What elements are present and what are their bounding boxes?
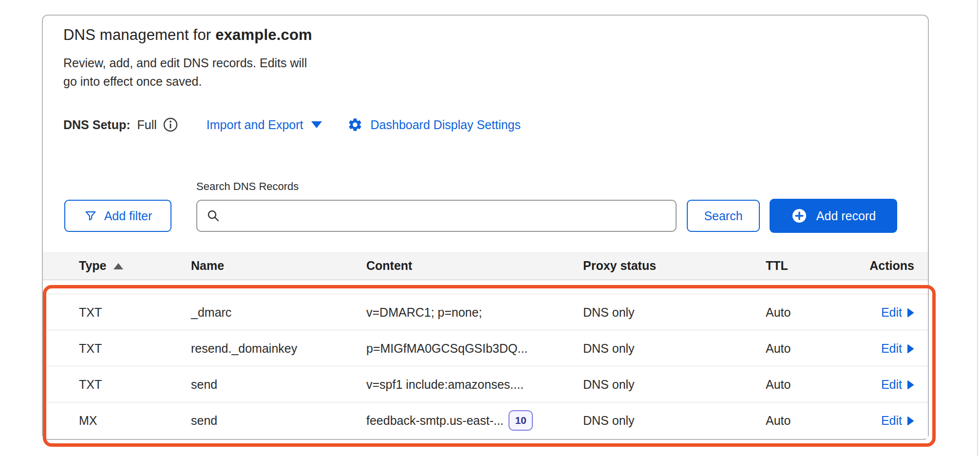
plus-circle-icon (791, 208, 808, 224)
chevron-down-icon (311, 121, 322, 128)
cell-proxy-status: DNS only (583, 402, 635, 438)
funnel-icon (84, 209, 97, 223)
search-input[interactable] (226, 201, 667, 231)
cell-record-name: _dmarc (191, 294, 231, 330)
cell-ttl: Auto (766, 294, 791, 330)
edit-label: Edit (881, 414, 902, 428)
cell-record-name: send (191, 402, 217, 438)
add-record-label: Add record (816, 209, 876, 223)
dns-setup-row: DNS Setup: Full Import and Export (63, 116, 521, 133)
dns-setup-value: Full (137, 118, 157, 132)
chevron-right-icon (907, 344, 914, 354)
page-right-divider (977, 0, 978, 456)
column-header-actions: Actions (869, 252, 914, 280)
add-record-button[interactable]: Add record (770, 199, 897, 233)
cell-proxy-status: DNS only (583, 294, 635, 330)
domain-name: example.com (215, 26, 312, 43)
import-export-dropdown[interactable]: Import and Export (207, 118, 322, 132)
edit-label: Edit (881, 305, 902, 320)
add-filter-label: Add filter (104, 209, 152, 223)
chevron-right-icon (907, 416, 914, 426)
cell-record-type: TXT (79, 330, 102, 366)
edit-label: Edit (881, 342, 902, 356)
edit-record-link[interactable]: Edit (881, 294, 914, 330)
page-description-line1: Review, add, and edit DNS records. Edits… (63, 56, 307, 70)
cell-record-content: v=DMARC1; p=none; (366, 294, 482, 330)
priority-badge: 10 (509, 410, 533, 431)
cell-record-content: v=spf1 include:amazonses.... (366, 366, 524, 402)
search-button[interactable]: Search (687, 200, 760, 232)
column-header-type[interactable]: Type (79, 252, 123, 280)
cell-record-content: p=MIGfMA0GCSqGSIb3DQ... (366, 330, 528, 366)
cell-record-name: send (191, 366, 217, 402)
cell-record-content: feedback-smtp.us-east-... 10 (366, 402, 533, 438)
import-export-label: Import and Export (207, 118, 303, 132)
column-header-ttl: TTL (766, 252, 788, 280)
column-header-type-label: Type (79, 252, 107, 280)
page-title: DNS management for example.com (63, 26, 312, 44)
edit-record-link[interactable]: Edit (881, 366, 914, 402)
edit-record-link[interactable]: Edit (881, 402, 914, 438)
table-row: TXT _dmarc v=DMARC1; p=none; DNS only Au… (43, 294, 928, 330)
dashboard-display-settings-link[interactable]: Dashboard Display Settings (347, 117, 521, 133)
page-title-prefix: DNS management for (63, 26, 215, 43)
dns-setup-label: DNS Setup: (63, 118, 131, 132)
sort-ascending-icon (113, 263, 123, 269)
page-description: Review, add, and edit DNS records. Edits… (63, 54, 307, 91)
record-content-text: p=MIGfMA0GCSqGSIb3DQ... (366, 342, 528, 356)
dashboard-display-settings-label: Dashboard Display Settings (371, 118, 521, 132)
search-icon (206, 209, 221, 223)
search-records-label: Search DNS Records (196, 180, 299, 193)
table-row: TXT resend._domainkey p=MIGfMA0GCSqGSIb3… (43, 330, 928, 366)
table-header: Type Name Content Proxy status TTL Actio… (43, 252, 928, 280)
record-content-text: v=spf1 include:amazonses.... (366, 378, 524, 392)
edit-label: Edit (881, 378, 902, 392)
cell-record-name: resend._domainkey (191, 330, 297, 366)
column-header-name: Name (191, 252, 224, 280)
add-filter-button[interactable]: Add filter (64, 200, 171, 232)
search-button-label: Search (704, 209, 742, 223)
chevron-right-icon (907, 308, 914, 318)
cell-record-type: TXT (79, 294, 102, 330)
info-icon[interactable] (163, 117, 178, 133)
cell-proxy-status: DNS only (583, 366, 635, 402)
cell-record-type: TXT (79, 366, 102, 402)
chevron-right-icon (907, 380, 914, 390)
search-box (196, 200, 677, 232)
page-description-line2: go into effect once saved. (63, 75, 202, 88)
record-content-text: feedback-smtp.us-east-... (366, 414, 504, 428)
column-header-content: Content (366, 252, 412, 280)
cell-ttl: Auto (766, 330, 791, 366)
cell-ttl: Auto (766, 402, 791, 438)
table-body: TXT _dmarc v=DMARC1; p=none; DNS only Au… (43, 294, 928, 438)
cell-record-type: MX (79, 402, 97, 438)
gear-icon (347, 117, 363, 133)
table-row: MX send feedback-smtp.us-east-... 10 DNS… (43, 402, 928, 438)
column-header-proxy-status: Proxy status (583, 252, 656, 280)
cell-proxy-status: DNS only (583, 330, 635, 366)
edit-record-link[interactable]: Edit (881, 330, 914, 366)
dns-management-page: DNS management for example.com Review, a… (0, 0, 980, 456)
cell-ttl: Auto (766, 366, 791, 402)
record-content-text: v=DMARC1; p=none; (366, 305, 482, 320)
dns-management-card: DNS management for example.com Review, a… (42, 15, 929, 440)
table-row: TXT send v=spf1 include:amazonses.... DN… (43, 366, 928, 402)
